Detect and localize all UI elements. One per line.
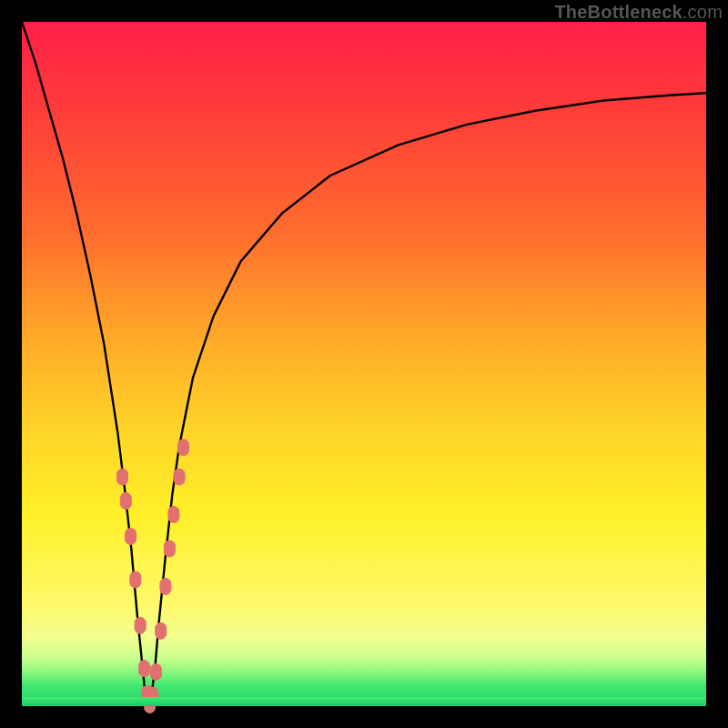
highlight-marker — [150, 663, 161, 680]
highlight-marker — [178, 440, 189, 456]
highlight-marker — [156, 622, 167, 639]
highlight-marker — [126, 529, 136, 545]
highlight-marker — [139, 661, 150, 677]
plot-area — [22, 22, 706, 706]
highlight-marker — [120, 492, 131, 509]
highlight-marker — [117, 469, 128, 485]
bottleneck-curve — [22, 22, 706, 706]
watermark: TheBottleneck.com — [554, 2, 723, 23]
highlight-marker — [168, 506, 179, 522]
highlight-marker — [160, 578, 171, 594]
highlight-marker — [174, 469, 185, 485]
watermark-brand: TheBottleneck — [554, 2, 682, 22]
highlight-marker — [147, 687, 158, 703]
curve-overlay — [22, 22, 706, 706]
chart-frame: TheBottleneck.com — [0, 0, 728, 728]
highlight-marker — [164, 541, 175, 557]
highlight-marker — [135, 617, 146, 633]
highlight-marker — [130, 571, 141, 588]
watermark-tld: .com — [682, 2, 723, 22]
highlight-marker — [145, 697, 156, 713]
marker-group — [117, 440, 189, 713]
